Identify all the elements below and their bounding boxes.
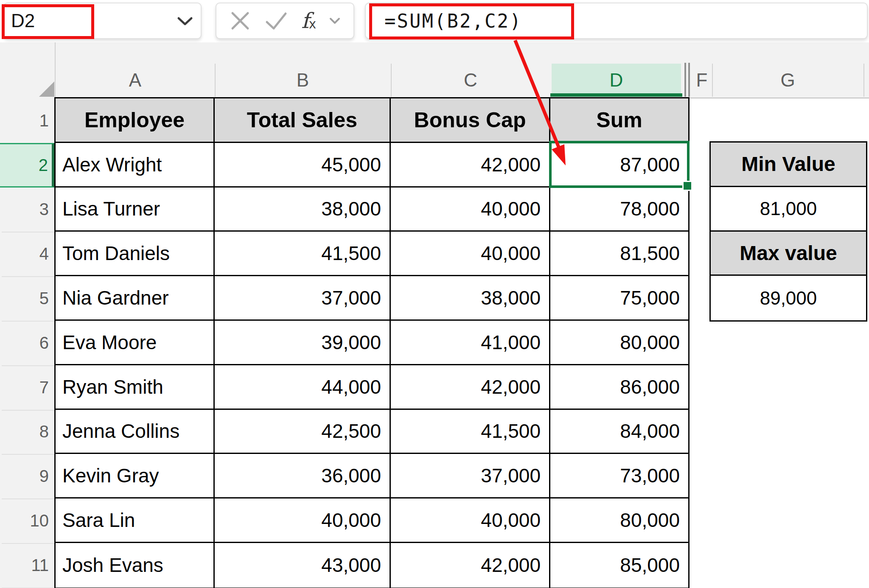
column-header-strip: ABCDFG <box>0 42 869 98</box>
employee-name-cell[interactable]: Sara Lin <box>56 498 215 543</box>
bonus-cap-cell[interactable]: 42,000 <box>391 365 550 410</box>
sum-cell[interactable]: 86,000 <box>550 365 688 410</box>
column-header-C[interactable]: C <box>391 63 550 98</box>
min-value-cell[interactable]: 81,000 <box>711 187 866 232</box>
table-header-cell[interactable]: Employee <box>56 98 215 143</box>
table-header-cell[interactable]: Sum <box>550 98 688 143</box>
bonus-cap-cell[interactable]: 38,000 <box>391 276 550 321</box>
total-sales-cell[interactable]: 37,000 <box>215 276 391 321</box>
bonus-cap-cell[interactable]: 42,000 <box>391 143 550 188</box>
row-header-3[interactable]: 3 <box>0 188 56 232</box>
total-sales-cell[interactable]: 41,500 <box>215 232 391 276</box>
row-header-6[interactable]: 6 <box>0 321 56 365</box>
sum-cell[interactable]: 78,000 <box>550 188 688 232</box>
employee-name-cell[interactable]: Ryan Smith <box>56 365 215 410</box>
employee-name-cell[interactable]: Kevin Gray <box>56 454 215 498</box>
sum-cell[interactable]: 80,000 <box>550 321 688 365</box>
hidden-column-indicator <box>688 63 690 97</box>
row-header-9[interactable]: 9 <box>0 454 56 498</box>
insert-function-icon[interactable]: fx <box>301 10 316 31</box>
employee-table: EmployeeTotal SalesBonus CapSumAlex Wrig… <box>54 97 690 588</box>
row-header-7[interactable]: 7 <box>0 365 56 410</box>
total-sales-cell[interactable]: 42,500 <box>215 410 391 454</box>
sum-cell[interactable]: 81,500 <box>550 232 688 276</box>
bonus-cap-cell[interactable]: 41,500 <box>391 410 550 454</box>
table-header-cell[interactable]: Total Sales <box>215 98 391 143</box>
employee-name-cell[interactable]: Josh Evans <box>56 543 215 588</box>
row-header-1[interactable]: 1 <box>0 98 56 143</box>
total-sales-cell[interactable]: 40,000 <box>215 498 391 543</box>
row-header-gutter: 1234567891011 <box>0 42 56 588</box>
column-header-B[interactable]: B <box>215 63 391 98</box>
sum-cell[interactable]: 87,000 <box>550 143 688 188</box>
total-sales-cell[interactable]: 36,000 <box>215 454 391 498</box>
row-header-4[interactable]: 4 <box>0 232 56 276</box>
bonus-cap-cell[interactable]: 37,000 <box>391 454 550 498</box>
bonus-cap-cell[interactable]: 40,000 <box>391 498 550 543</box>
max-value-cell[interactable]: 89,000 <box>711 276 866 320</box>
column-separator <box>391 64 392 97</box>
formula-highlight-rect <box>369 3 574 39</box>
row-header-11[interactable]: 11 <box>0 543 56 588</box>
row-header-8[interactable]: 8 <box>0 410 56 454</box>
employee-name-cell[interactable]: Alex Wright <box>56 143 215 188</box>
max-label-cell[interactable]: Max value <box>711 232 866 276</box>
total-sales-cell[interactable]: 43,000 <box>215 543 391 588</box>
sum-cell[interactable]: 84,000 <box>550 410 688 454</box>
row-header-5[interactable]: 5 <box>0 276 56 321</box>
formula-controls: fx <box>216 3 354 39</box>
employee-name-cell[interactable]: Tom Daniels <box>56 232 215 276</box>
employee-name-cell[interactable]: Lisa Turner <box>56 188 215 232</box>
excel-spreadsheet-screenshot: ABCDFG 1234567891011 EmployeeTotal Sales… <box>0 0 869 588</box>
select-all-icon[interactable] <box>39 81 54 97</box>
bonus-cap-cell[interactable]: 40,000 <box>391 232 550 276</box>
row-header-10[interactable]: 10 <box>0 498 56 543</box>
hidden-column-indicator <box>684 63 686 97</box>
sum-cell[interactable]: 75,000 <box>550 276 688 321</box>
employee-name-cell[interactable]: Eva Moore <box>56 321 215 365</box>
bonus-cap-cell[interactable]: 40,000 <box>391 188 550 232</box>
column-separator <box>712 64 713 97</box>
bonus-cap-cell[interactable]: 42,000 <box>391 543 550 588</box>
total-sales-cell[interactable]: 44,000 <box>215 365 391 410</box>
total-sales-cell[interactable]: 39,000 <box>215 321 391 365</box>
column-separator <box>863 64 864 97</box>
enter-check-icon[interactable] <box>264 10 288 31</box>
total-sales-cell[interactable]: 38,000 <box>215 188 391 232</box>
row-header-2[interactable]: 2 <box>0 143 55 188</box>
column-header-G[interactable]: G <box>712 63 863 98</box>
bonus-cap-cell[interactable]: 41,000 <box>391 321 550 365</box>
employee-name-cell[interactable]: Jenna Collins <box>56 410 215 454</box>
sum-cell[interactable]: 80,000 <box>550 498 688 543</box>
function-chevron-icon[interactable] <box>329 17 340 25</box>
name-box-highlight-rect <box>2 4 94 39</box>
column-header-F[interactable]: F <box>692 63 712 98</box>
name-box-chevron-icon[interactable] <box>177 16 193 26</box>
column-header-A[interactable]: A <box>56 63 215 98</box>
min-label-cell[interactable]: Min Value <box>711 143 866 187</box>
employee-name-cell[interactable]: Nia Gardner <box>56 276 215 321</box>
column-header-D[interactable]: D <box>550 63 682 98</box>
total-sales-cell[interactable]: 45,000 <box>215 143 391 188</box>
cancel-icon[interactable] <box>230 10 251 31</box>
table-header-cell[interactable]: Bonus Cap <box>391 98 550 143</box>
summary-box: Min Value 81,000 Max value 89,000 <box>709 141 867 322</box>
sum-cell[interactable]: 73,000 <box>550 454 688 498</box>
sum-cell[interactable]: 85,000 <box>550 543 688 588</box>
column-separator <box>215 64 216 97</box>
